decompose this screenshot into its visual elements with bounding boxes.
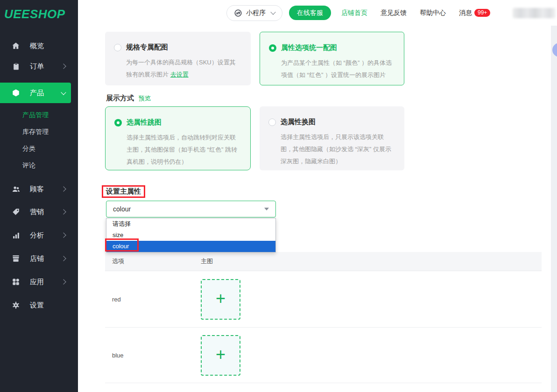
dropdown-option-placeholder[interactable]: 请选择 — [106, 218, 275, 230]
sidebar-item-products[interactable]: 产品 — [0, 83, 71, 103]
sidebar-item-apps[interactable]: 应用 — [0, 272, 78, 292]
home-icon — [11, 41, 21, 50]
main-attribute-label: 设置主属性 — [106, 187, 141, 196]
sidebar-item-analytics[interactable]: 分析 — [0, 225, 78, 245]
select-dropdown: 请选择 size colour — [106, 218, 276, 252]
sidebar-item-store[interactable]: 店铺 — [0, 248, 78, 269]
user-name-redacted — [513, 8, 556, 18]
option-value: red — [105, 296, 201, 303]
messages-link[interactable]: 消息 99+ — [459, 9, 490, 17]
upload-image-button[interactable]: + — [201, 279, 240, 320]
column-header-option: 选项 — [105, 257, 201, 266]
sidebar-subitem-label: 分类 — [22, 145, 35, 153]
chevron-right-icon — [61, 232, 66, 238]
sidebar-subitem-label: 评论 — [22, 161, 35, 170]
sidebar-item-label: 营销 — [30, 208, 44, 217]
go-setup-link[interactable]: 去设置 — [170, 71, 189, 78]
sidebar-item-label: 店铺 — [30, 254, 44, 263]
sidebar-item-orders[interactable]: 订单 — [0, 56, 78, 77]
topbar: 小程序 在线客服 店铺首页 意见反馈 帮助中心 消息 99+ — [78, 0, 557, 26]
apps-grid-icon — [11, 277, 21, 287]
chevron-right-icon — [61, 256, 66, 261]
display-card-desc: 选择主属性选项后，只展示该选项关联图，其他图隐藏（如沙发选 “深灰” 仅展示深灰… — [281, 131, 395, 168]
option-card-desc: 为产品某个主属性（如 “颜色” ）的具体选项值（如 “红色” ）设置统一的展示图… — [281, 57, 395, 81]
chevron-right-icon — [61, 209, 66, 214]
help-center-link[interactable]: 帮助中心 — [420, 9, 446, 17]
display-mode-label: 展示方式 — [106, 94, 134, 103]
bar-chart-icon — [11, 231, 21, 240]
logo[interactable]: UEESHOP — [0, 0, 78, 28]
chevron-right-icon — [61, 186, 66, 191]
sidebar-subitem-reviews[interactable]: 评论 — [0, 157, 78, 174]
sidebar-item-label: 概览 — [30, 42, 44, 50]
feedback-link[interactable]: 意见反馈 — [381, 9, 407, 17]
option-card-desc: 为每一个具体的商品规格（SKU）设置其独有的展示图片 去设置 — [126, 56, 241, 81]
sidebar: UEESHOP 概览 订单 产品 产品管理 库存管理 分类 评论 顾客 — [0, 0, 78, 392]
sidebar-subitem-inventory[interactable]: 库存管理 — [0, 124, 78, 140]
sidebar-item-overview[interactable]: 概览 — [0, 35, 78, 56]
display-card-jump[interactable]: 选属性跳图 选择主属性选项后，自动跳转到对应关联主图，其他图保留（如手机选 “红… — [105, 106, 251, 170]
chevron-right-icon — [61, 63, 66, 69]
sidebar-subitem-product-management[interactable]: 产品管理 — [0, 107, 78, 124]
sidebar-item-label: 订单 — [30, 62, 44, 71]
plus-icon: + — [216, 346, 226, 363]
messages-badge: 99+ — [474, 9, 490, 17]
radio-unchecked-icon[interactable] — [268, 119, 276, 126]
sidebar-item-settings[interactable]: 设置 — [0, 295, 78, 315]
users-icon — [11, 184, 21, 194]
sidebar-item-label: 顾客 — [30, 185, 44, 194]
sidebar-item-label: 设置 — [30, 301, 44, 310]
table-row: red + — [105, 271, 542, 328]
dropdown-option-size[interactable]: size — [106, 230, 275, 241]
sidebar-item-marketing[interactable]: 营销 — [0, 202, 78, 222]
column-header-main-image: 主图 — [201, 257, 542, 266]
store-home-link[interactable]: 店铺首页 — [341, 9, 367, 17]
user-menu[interactable] — [513, 8, 557, 18]
mini-program-label: 小程序 — [246, 9, 266, 17]
radio-unchecked-icon[interactable] — [114, 44, 121, 51]
select-value: colour — [113, 205, 131, 213]
mini-program-icon — [234, 9, 242, 17]
logo-text: UEESHOP — [4, 7, 65, 21]
options-table: 选项 主图 red + blue + — [105, 252, 542, 383]
page-gutter — [551, 26, 557, 392]
main-attribute-select[interactable]: colour — [106, 201, 276, 217]
sidebar-item-label: 分析 — [30, 231, 44, 240]
clipboard-icon — [11, 62, 21, 71]
main-content: 规格专属配图 为每一个具体的商品规格（SKU）设置其独有的展示图片 去设置 属性… — [78, 26, 551, 392]
chevron-down-icon — [270, 9, 275, 14]
sidebar-subitem-label: 产品管理 — [22, 111, 49, 119]
sidebar-subitem-categories[interactable]: 分类 — [0, 140, 78, 157]
display-card-swap[interactable]: 选属性换图 选择主属性选项后，只展示该选项关联图，其他图隐藏（如沙发选 “深灰”… — [260, 106, 404, 170]
dropdown-option-colour[interactable]: colour — [106, 241, 275, 252]
display-mode-section: 展示方式 预览 — [106, 94, 151, 103]
sidebar-item-label: 产品 — [30, 89, 44, 98]
option-card-sku-image[interactable]: 规格专属配图 为每一个具体的商品规格（SKU）设置其独有的展示图片 去设置 — [105, 32, 251, 85]
preview-link[interactable]: 预览 — [139, 94, 151, 103]
chevron-down-icon — [61, 90, 66, 95]
sidebar-subitem-label: 库存管理 — [22, 128, 49, 136]
table-header: 选项 主图 — [105, 252, 542, 271]
option-card-title: 规格专属配图 — [126, 43, 168, 52]
tag-icon — [11, 207, 21, 217]
option-card-attr-image[interactable]: 属性选项统一配图 为产品某个主属性（如 “颜色” ）的具体选项值（如 “红色” … — [260, 32, 404, 85]
radio-checked-icon[interactable] — [269, 44, 276, 52]
table-row: blue + — [105, 328, 542, 383]
storefront-icon — [11, 254, 21, 263]
display-card-desc: 选择主属性选项后，自动跳转到对应关联主图，其他图保留（如手机选 “红色” 跳转真… — [127, 132, 241, 168]
chevron-right-icon — [61, 279, 66, 284]
box-icon — [11, 88, 21, 98]
mini-program-dropdown[interactable]: 小程序 — [226, 5, 282, 21]
select-caret-icon — [264, 208, 269, 210]
display-card-title: 选属性跳图 — [127, 118, 162, 127]
radio-checked-icon[interactable] — [114, 119, 122, 126]
upload-image-button[interactable]: + — [201, 335, 240, 376]
messages-label: 消息 — [459, 9, 472, 17]
display-card-title: 选属性换图 — [281, 118, 316, 126]
option-card-title: 属性选项统一配图 — [281, 43, 337, 52]
annotation-box-main-attribute: 设置主属性 — [102, 185, 145, 198]
sidebar-item-customers[interactable]: 顾客 — [0, 179, 78, 199]
gear-icon — [11, 301, 21, 310]
sidebar-item-label: 应用 — [30, 278, 44, 287]
online-service-button[interactable]: 在线客服 — [289, 6, 331, 20]
